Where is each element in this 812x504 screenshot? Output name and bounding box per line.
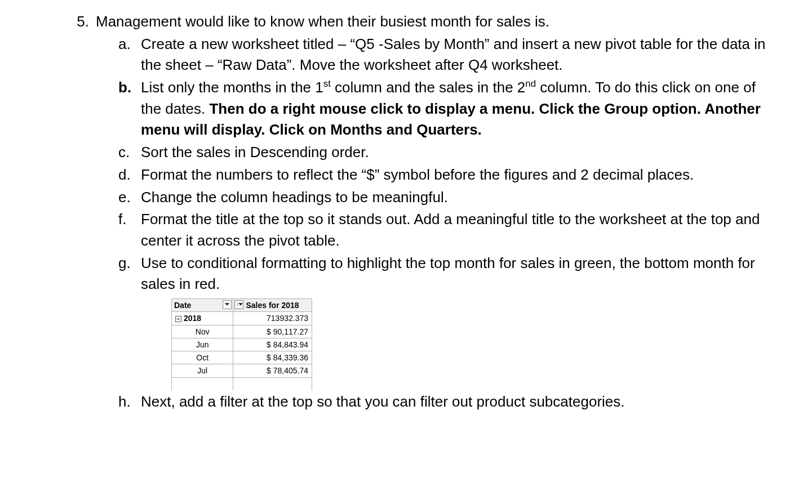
superscript-st: st bbox=[323, 78, 331, 89]
sub-marker-f: f. bbox=[118, 209, 135, 230]
sub-marker-c: c. bbox=[118, 142, 135, 163]
pivot-value: $ 84,339.36 bbox=[233, 351, 312, 364]
pivot-value: $ 78,405.74 bbox=[233, 364, 312, 377]
sub-item-c: c. Sort the sales in Descending order. bbox=[118, 142, 778, 163]
question-number: 5. bbox=[62, 11, 89, 33]
sort-dropdown-icon[interactable] bbox=[234, 300, 243, 309]
pivot-month: Jun bbox=[172, 338, 233, 351]
sub-marker-e: e. bbox=[118, 187, 135, 208]
pivot-header-date-label: Date bbox=[174, 301, 191, 310]
sub-text-h: Next, add a filter at the top so that yo… bbox=[141, 393, 625, 410]
sub-text-d: Format the numbers to reflect the “$” sy… bbox=[141, 166, 694, 183]
pivot-header-date[interactable]: Date bbox=[172, 298, 233, 311]
document-page: 5. Management would like to know when th… bbox=[0, 0, 812, 424]
sub-text-b-bold: Then do a right mouse click to display a… bbox=[141, 100, 761, 139]
sub-text-f: Format the title at the top so it stands… bbox=[141, 211, 760, 249]
pivot-year-row: −2018 713932.373 bbox=[172, 312, 312, 325]
pivot-year-value: 713932.373 bbox=[233, 312, 312, 325]
sub-text-c: Sort the sales in Descending order. bbox=[141, 144, 369, 160]
pivot-row: Jul $ 78,405.74 bbox=[172, 364, 312, 377]
pivot-month: Jul bbox=[172, 364, 233, 377]
sub-item-d: d. Format the numbers to reflect the “$”… bbox=[118, 164, 778, 186]
sub-item-e: e. Change the column headings to be mean… bbox=[118, 187, 778, 208]
sub-item-f: f. Format the title at the top so it sta… bbox=[118, 209, 778, 251]
pivot-value: $ 84,843.94 bbox=[233, 338, 312, 351]
sub-marker-h: h. bbox=[118, 391, 135, 413]
pivot-value: $ 90,117.27 bbox=[233, 325, 312, 338]
sub-text-b-part1: List only the months in the 1 bbox=[141, 79, 323, 96]
sub-item-b: b. List only the months in the 1st colum… bbox=[118, 77, 778, 141]
pivot-table-screenshot: Date Sales for 2018 bbox=[171, 298, 312, 390]
question-5: 5. Management would like to know when th… bbox=[62, 11, 778, 413]
question-intro: Management would like to know when their… bbox=[96, 13, 549, 30]
pivot-row: Nov $ 90,117.27 bbox=[172, 325, 312, 338]
filter-dropdown-icon[interactable] bbox=[223, 300, 232, 309]
sub-item-g: g. Use to conditional formatting to high… bbox=[118, 253, 778, 390]
sub-marker-g: g. bbox=[118, 253, 135, 274]
pivot-month: Oct bbox=[172, 351, 233, 364]
sub-marker-b: b. bbox=[118, 77, 135, 99]
sub-item-a: a. Create a new worksheet titled – “Q5 -… bbox=[118, 34, 778, 76]
pivot-month: Nov bbox=[172, 325, 233, 338]
sub-text-a: Create a new worksheet titled – “Q5 -Sal… bbox=[141, 35, 765, 74]
collapse-icon[interactable]: − bbox=[175, 316, 181, 322]
sub-text-e: Change the column headings to be meaning… bbox=[141, 189, 448, 206]
pivot-row: Jun $ 84,843.94 bbox=[172, 338, 312, 351]
pivot-year-label: 2018 bbox=[184, 314, 201, 323]
superscript-nd: nd bbox=[525, 78, 536, 89]
pivot-header-sales-label: Sales for 2018 bbox=[246, 301, 299, 310]
sub-text-g: Use to conditional formatting to highlig… bbox=[141, 255, 755, 293]
pivot-row-cutoff bbox=[172, 377, 312, 390]
pivot-row: Oct $ 84,339.36 bbox=[172, 351, 312, 364]
pivot-header-sales[interactable]: Sales for 2018 bbox=[233, 298, 312, 311]
sub-item-h: h. Next, add a filter at the top so that… bbox=[118, 391, 778, 413]
sub-marker-a: a. bbox=[118, 34, 135, 55]
sub-marker-d: d. bbox=[118, 164, 135, 186]
sub-text-b-part2: column and the sales in the 2 bbox=[331, 79, 525, 96]
